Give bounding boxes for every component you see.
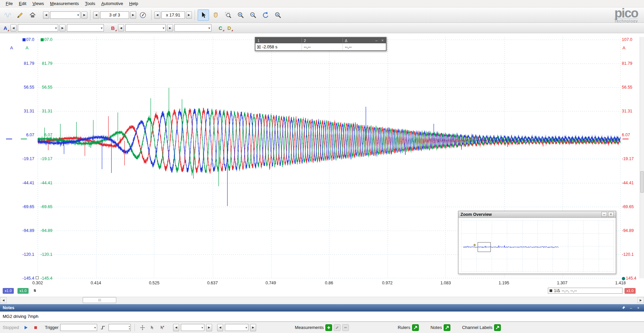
scrollbar-thumb[interactable] [83,297,116,303]
zoom-x-in-button[interactable]: ▶ [186,11,192,19]
vertical-scrollbar-thumb[interactable] [640,171,644,193]
minimize-zoom-overview-button[interactable]: – [601,212,607,217]
cursor-measurement-panel[interactable]: 1 2 Δ – × -2.058 s --,-- --,-- [255,37,387,51]
ruler-legend-icon [550,289,552,292]
prev-view-button[interactable]: ◀ [43,11,49,19]
add-measurement-button[interactable] [325,324,332,331]
channel-a-prev-button[interactable]: ◀ [10,24,16,32]
prev-buffer-button[interactable]: ◀ [93,11,99,19]
cursor-panel-header[interactable]: 1 2 Δ – × [255,38,386,43]
x-tick-label: 0.749 [261,281,281,285]
undo-zoom-button[interactable] [260,9,271,21]
cursor-handle-icon[interactable] [257,45,260,49]
close-notes-button[interactable]: × [635,305,641,311]
channel-b-button[interactable]: B [109,24,117,32]
axis-tick-label: 56.55 [36,85,52,90]
spinner-arrows-icon[interactable]: ▴▾ [129,325,131,330]
next-channel-button[interactable]: ▶ [206,324,212,331]
menu-edit[interactable]: Edit [16,0,29,7]
compass-icon [139,11,147,19]
axis-tick-label: -120.1 [36,252,52,257]
close-zoom-overview-button[interactable]: × [608,212,614,217]
axis-tick-label: 07.0 [36,37,52,42]
scroll-right-button[interactable]: ▶ [637,297,644,303]
minimize-notes-button[interactable]: – [628,305,634,311]
menu-help[interactable]: Help [126,0,141,7]
zoom-out-button[interactable] [247,9,259,21]
channel-c-button[interactable]: C [217,24,224,32]
channel-d-button[interactable]: D [226,24,233,32]
ground-marker-green[interactable] [21,139,27,139]
scale-badge-green[interactable]: x1.0 [17,288,29,294]
channel-a-button[interactable]: A [2,24,9,32]
notes-toggle-button[interactable] [444,324,450,331]
trigger-mode-combo[interactable]: ▾ [60,324,97,331]
waveform-library-button[interactable] [2,9,13,21]
horizontal-scrollbar[interactable]: ◀ ▶ [0,297,644,303]
channel-a-range-combo[interactable]: ▾ [18,24,58,32]
menu-automotive[interactable]: Automotive [98,0,126,7]
marquee-zoom-button[interactable] [223,9,234,21]
trigger-level-spinner[interactable]: ▴▾ [109,324,131,331]
start-capture-button[interactable] [22,324,30,332]
zoom-in-button[interactable] [235,9,246,21]
view-combo[interactable]: ▾ [50,11,80,19]
channel-b-range-combo[interactable]: ▾ [125,24,166,32]
channel-a-next-button[interactable]: ▶ [59,24,66,32]
channel-labels-toggle-button[interactable] [494,324,501,331]
toolbar-separator [90,10,90,20]
ruler-handle-icon[interactable] [622,277,625,280]
zoom-full-button[interactable] [272,9,284,21]
vertical-scrollbar[interactable] [640,37,644,278]
ground-marker-blue[interactable] [6,139,12,139]
buffer-overview-button[interactable] [137,9,149,21]
menu-views[interactable]: Views [29,0,47,7]
prev-measurement-button[interactable]: ◀ [217,324,223,331]
ground-marker-red[interactable] [622,139,629,139]
zoom-overview-titlebar[interactable]: Zoom Overview – × [458,211,616,218]
menu-measurements[interactable]: Measurements [47,0,82,7]
delete-measurement-button[interactable] [342,324,349,331]
prev-channel-button[interactable]: ◀ [173,324,179,331]
channel-b-next-button[interactable]: ▶ [167,24,173,32]
channel-a-options-combo[interactable]: ▾ [67,24,104,32]
zoom-x-out-button[interactable]: ◀ [154,11,160,19]
zoom-overview-canvas[interactable] [461,221,614,272]
rulers-toggle-button[interactable] [412,324,419,331]
zoom-overview-window[interactable]: Zoom Overview – × [458,211,616,274]
channel-b-prev-button[interactable]: ◀ [118,24,124,32]
measurement-select-combo[interactable]: ▾ [225,324,248,331]
notes-content[interactable]: MG2 driving 7mph [0,312,644,322]
axis-tick-text: 07.0 [44,37,52,42]
axis-tick-text: 6.07 [622,133,630,137]
notes-panel-header[interactable]: Notes – × [0,304,644,312]
corner-triangle-icon [7,30,9,31]
home-button[interactable] [27,9,38,21]
ruler-handle-square[interactable] [36,276,39,279]
trigger-edge-button[interactable] [99,324,107,332]
main-toolbar: ◀ ▾ ▶ ◀ 3 of 3 ▶ ◀ x 17.91 ▶ [0,7,644,23]
notes-toggle-label: Notes [431,325,442,330]
channel-b-options-combo[interactable]: ▾ [174,24,211,32]
next-buffer-button[interactable]: ▶ [130,11,136,19]
scale-badge-blue[interactable]: x1.0 [3,288,14,294]
edit-measurement-button[interactable] [334,324,340,331]
next-measurement-button[interactable]: ▶ [250,324,256,331]
menu-file[interactable]: File [3,0,16,7]
add-cursor-button[interactable] [148,324,156,332]
channel-select-combo[interactable]: ▾ [181,324,204,331]
close-cursor-panel-button[interactable]: × [380,38,385,43]
stop-capture-button[interactable] [32,324,40,332]
remove-cursor-button[interactable] [158,324,166,332]
probe-wizard-button[interactable] [14,9,26,21]
menu-tools[interactable]: Tools [82,0,98,7]
axis-tick-text: -94.89 [41,228,52,233]
move-crosshair-button[interactable] [138,324,147,332]
hand-tool-button[interactable] [210,9,222,21]
scroll-left-button[interactable]: ◀ [0,297,7,303]
scale-badge-red[interactable]: x1.0 [625,288,636,294]
next-view-button[interactable]: ▶ [81,11,87,19]
pointer-tool-button[interactable] [198,9,209,21]
pin-notes-button[interactable] [620,305,627,311]
minimize-cursor-panel-button[interactable]: – [374,38,379,43]
